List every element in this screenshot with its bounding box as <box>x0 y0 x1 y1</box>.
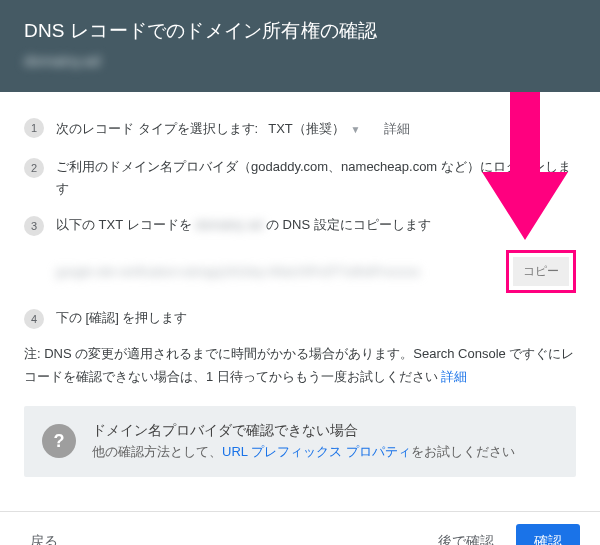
step-3-post: の DNS 設定にコピーします <box>262 217 430 232</box>
step-3: 3 以下の TXT レコードを domainy ad の DNS 設定にコピーし… <box>24 214 576 236</box>
dialog-footer: 戻る 後で確認 確認 <box>0 511 600 545</box>
txt-record-value[interactable]: google-site-verification=ubmgxj1Kt2dsy-W… <box>56 265 496 279</box>
step-number: 1 <box>24 118 44 138</box>
confirm-button[interactable]: 確認 <box>516 524 580 545</box>
step-3-pre: 以下の TXT レコードを <box>56 217 195 232</box>
record-type-select[interactable]: TXT（推奨） ▼ <box>264 116 364 142</box>
step-4: 4 下の [確認] を押します <box>24 307 576 329</box>
later-button[interactable]: 後で確認 <box>428 525 504 545</box>
step-1-text: 次のレコード タイプを選択します: <box>56 118 258 140</box>
note-detail-link[interactable]: 詳細 <box>441 369 467 384</box>
step-number: 2 <box>24 158 44 178</box>
txt-record-row: google-site-verification=ubmgxj1Kt2dsy-W… <box>56 250 576 293</box>
dialog-title: DNS レコードでのドメイン所有権の確認 <box>24 18 576 44</box>
chevron-down-icon: ▼ <box>350 124 360 135</box>
alt-body: 他の確認方法として、URL プレフィックス プロパティをお試しください <box>92 443 515 461</box>
alt-title: ドメイン名プロバイダで確認できない場合 <box>92 422 515 440</box>
step-3-text: 以下の TXT レコードを domainy ad の DNS 設定にコピーします <box>56 214 576 236</box>
alternate-method-box: ? ドメイン名プロバイダで確認できない場合 他の確認方法として、URL プレフィ… <box>24 406 576 477</box>
copy-highlight: コピー <box>506 250 576 293</box>
step-1: 1 次のレコード タイプを選択します: TXT（推奨） ▼ 詳細 <box>24 116 576 142</box>
url-prefix-link[interactable]: URL プレフィックス プロパティ <box>222 444 411 459</box>
dialog-header: DNS レコードでのドメイン所有権の確認 domainy.ad <box>0 0 600 92</box>
dialog-content: 1 次のレコード タイプを選択します: TXT（推奨） ▼ 詳細 2 ご利用のド… <box>0 92 600 489</box>
record-type-value: TXT（推奨） <box>268 121 345 136</box>
step-2-text: ご利用のドメイン名プロバイダ（godaddy.com、namecheap.com… <box>56 156 576 200</box>
back-button[interactable]: 戻る <box>20 525 68 545</box>
step-2: 2 ご利用のドメイン名プロバイダ（godaddy.com、namecheap.c… <box>24 156 576 200</box>
alt-body-pre: 他の確認方法として、 <box>92 444 222 459</box>
alt-body-post: をお試しください <box>411 444 515 459</box>
copy-button[interactable]: コピー <box>513 257 569 286</box>
step-4-text: 下の [確認] を押します <box>56 307 576 329</box>
note-text: 注: DNS の変更が適用されるまでに時間がかかる場合があります。Search … <box>24 346 574 383</box>
detail-link[interactable]: 詳細 <box>384 118 410 140</box>
dns-note: 注: DNS の変更が適用されるまでに時間がかかる場合があります。Search … <box>24 343 576 387</box>
step-3-domain-blur: domainy ad <box>195 214 262 236</box>
domain-name-blurred: domainy.ad <box>24 52 100 69</box>
question-icon: ? <box>42 424 76 458</box>
step-number: 4 <box>24 309 44 329</box>
step-number: 3 <box>24 216 44 236</box>
